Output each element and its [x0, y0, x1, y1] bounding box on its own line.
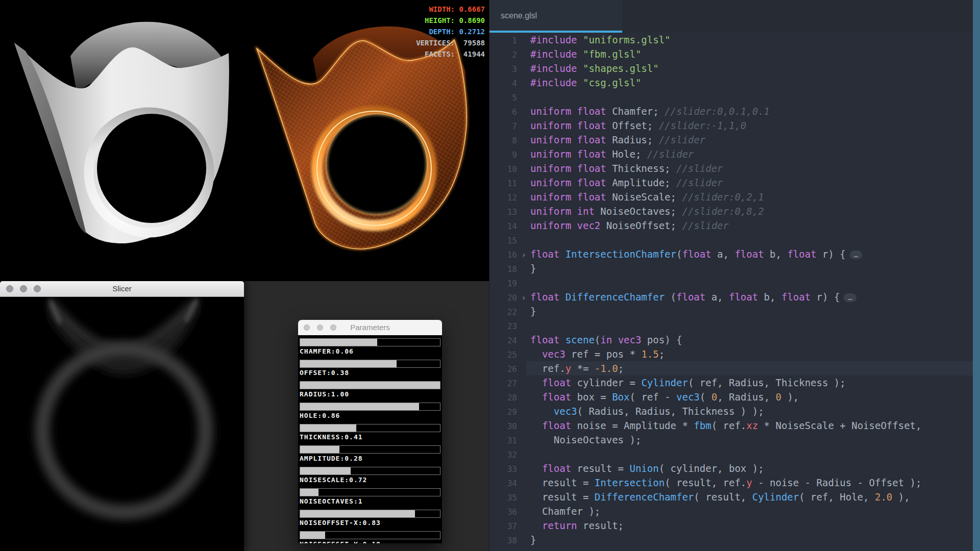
- traffic-light-minimize-button[interactable]: [317, 324, 323, 331]
- traffic-light-close-button[interactable]: [6, 285, 13, 292]
- code-token: - noise - Radius - Offset );: [752, 477, 922, 488]
- tab-scene-glsl[interactable]: scene.glsl: [489, 0, 622, 33]
- line-number: 16: [489, 248, 517, 262]
- code-token: float: [530, 291, 566, 303]
- render-stats: WIDTH: 0.6667 HEIGHT: 0.8690 DEPTH: 0.27…: [416, 4, 485, 60]
- line-number: 22: [489, 305, 517, 319]
- slider-track-noiseoctaves[interactable]: [300, 488, 440, 496]
- slider-fill-hole: [300, 403, 419, 410]
- slider-chamfer: CHAMFER:0.06: [300, 338, 440, 355]
- code-line-29[interactable]: 29 vec3( Radius, Radius, Thickness ) );: [489, 404, 980, 418]
- code-token: [612, 334, 618, 345]
- slider-track-chamfer[interactable]: [300, 338, 440, 346]
- folded-code-ellipsis-icon[interactable]: …: [850, 251, 862, 259]
- traffic-light-minimize-button[interactable]: [20, 285, 27, 292]
- parameters-titlebar[interactable]: Parameters: [298, 320, 442, 335]
- code-token: //slider:0,0.1,0.1: [665, 106, 770, 117]
- code-token: float: [787, 248, 816, 260]
- traffic-light-zoom-button[interactable]: [34, 285, 41, 292]
- code-line-18[interactable]: 18}: [489, 261, 980, 276]
- code-token: r) {: [817, 248, 846, 260]
- slider-track-noisescale[interactable]: [300, 467, 440, 475]
- code-token: 1.5: [641, 348, 658, 360]
- code-line-5[interactable]: 5: [489, 90, 980, 104]
- slider-track-noiseoffset-x[interactable]: [300, 510, 440, 518]
- code-line-14[interactable]: 14uniform vec2 NoiseOffset; //slider: [489, 218, 980, 233]
- code-line-26[interactable]: 26 ref.y *= -1.0;: [489, 361, 980, 375]
- code-line-4[interactable]: 4#include "csg.glsl": [489, 76, 980, 90]
- traffic-light-zoom-button[interactable]: [330, 324, 336, 331]
- code-line-27[interactable]: 27 float cylinder = Cylinder( ref, Radiu…: [489, 375, 980, 390]
- editor-scrollbar[interactable]: [973, 0, 980, 551]
- code-token: float: [530, 334, 566, 345]
- code-line-25[interactable]: 25 vec3 ref = pos * 1.5;: [489, 347, 980, 361]
- code-line-37[interactable]: 37 return result;: [489, 518, 980, 533]
- code-line-28[interactable]: 28 float box = Box( ref - vec3( 0, Radiu…: [489, 390, 980, 404]
- code-token: float: [682, 248, 711, 260]
- line-number: 10: [489, 162, 517, 177]
- code-line-22[interactable]: 22}: [489, 304, 980, 318]
- slider-noisescale: NOISESCALE:0.72: [300, 467, 440, 483]
- code-line-31[interactable]: 31 NoiseOctaves );: [489, 433, 980, 447]
- code-token: }: [530, 263, 536, 274]
- code-line-30[interactable]: 30 float noise = Amplitude * fbm( ref.xz…: [489, 418, 980, 433]
- slicer-titlebar[interactable]: Slicer: [0, 281, 244, 297]
- code-token: ( result, ref.: [665, 477, 746, 488]
- code-token: cylinder =: [571, 377, 641, 388]
- code-token: IntersectionChamfer: [566, 248, 676, 260]
- code-area[interactable]: 1#include "uniforms.glsl"2#include "fbm.…: [489, 33, 980, 551]
- code-line-12[interactable]: 12uniform float NoiseScale; //slider:0,2…: [489, 190, 980, 204]
- code-line-32[interactable]: 32: [489, 447, 980, 461]
- slider-label-amplitude: AMPLITUDE:0.28: [300, 456, 440, 462]
- code-token: uniform vec2: [530, 220, 600, 231]
- code-line-35[interactable]: 35 result = DifferenceChamfer( result, C…: [489, 490, 980, 504]
- code-line-33[interactable]: 33 float result = Union( cylinder, box )…: [489, 461, 980, 475]
- folded-code-ellipsis-icon[interactable]: …: [844, 293, 856, 302]
- slider-noiseoffset-x: NOISEOFFSET-X:0.83: [300, 510, 440, 526]
- line-number: 38: [489, 534, 517, 548]
- fold-chevron-icon[interactable]: ›: [517, 248, 530, 262]
- code-line-9[interactable]: 9uniform float Hole; //slider: [489, 147, 980, 161]
- code-token: "fbm.glsl": [583, 48, 641, 60]
- slider-amplitude: AMPLITUDE:0.28: [300, 445, 440, 462]
- stat-width: WIDTH: 0.6667: [416, 4, 485, 15]
- code-line-39[interactable]: 39: [489, 547, 980, 551]
- code-line-7[interactable]: 7uniform float Offset; //slider:-1,1,0: [489, 118, 980, 133]
- code-line-2[interactable]: 2#include "fbm.glsl": [489, 47, 980, 61]
- code-line-19[interactable]: 19: [489, 276, 980, 290]
- line-number: 7: [489, 119, 517, 134]
- slider-track-amplitude[interactable]: [300, 445, 440, 454]
- code-line-8[interactable]: 8uniform float Radius; //slider: [489, 133, 980, 147]
- slider-track-hole[interactable]: [300, 403, 440, 411]
- line-number: 14: [489, 219, 517, 234]
- code-line-23[interactable]: 23: [489, 318, 980, 333]
- traffic-light-close-button[interactable]: [304, 324, 310, 331]
- slider-track-offset[interactable]: [300, 360, 440, 368]
- code-token: float: [542, 420, 571, 431]
- slider-track-radius[interactable]: [300, 381, 440, 389]
- code-line-3[interactable]: 3#include "shapes.glsl": [489, 61, 980, 76]
- slider-hole: HOLE:0.86: [300, 403, 440, 419]
- code-line-16[interactable]: 16›float IntersectionChamfer(float a, fl…: [489, 247, 980, 261]
- code-line-15[interactable]: 15: [489, 233, 980, 247]
- code-line-34[interactable]: 34 result = Intersection( result, ref.y …: [489, 475, 980, 490]
- code-line-24[interactable]: 24float scene(in vec3 pos) {: [489, 333, 980, 347]
- slider-track-thickness[interactable]: [300, 424, 440, 432]
- slider-fill-noiseoctaves: [300, 489, 318, 496]
- code-token: //slider: [676, 177, 723, 188]
- code-line-1[interactable]: 1#include "uniforms.glsl": [489, 33, 980, 47]
- slider-track-noiseoffset-y[interactable]: [300, 531, 440, 539]
- code-token: b,: [758, 291, 781, 303]
- code-line-20[interactable]: 20›float DifferenceChamfer (float a, flo…: [489, 290, 980, 304]
- code-token: (: [700, 391, 712, 403]
- render-viewport-wireframe: WIDTH: 0.6667 HEIGHT: 0.8690 DEPTH: 0.27…: [244, 0, 489, 281]
- code-token: }: [530, 534, 536, 545]
- code-line-6[interactable]: 6uniform float Chamfer; //slider:0,0.1,0…: [489, 104, 980, 118]
- code-line-36[interactable]: 36 Chamfer );: [489, 504, 980, 518]
- code-line-13[interactable]: 13uniform int NoiseOctaves; //slider:0,8…: [489, 204, 980, 218]
- code-line-11[interactable]: 11uniform float Amplitude; //slider: [489, 176, 980, 190]
- code-line-38[interactable]: 38}: [489, 533, 980, 547]
- fold-chevron-icon[interactable]: ›: [517, 291, 530, 305]
- code-line-10[interactable]: 10uniform float Thickness; //slider: [489, 161, 980, 176]
- line-number: 18: [489, 262, 517, 277]
